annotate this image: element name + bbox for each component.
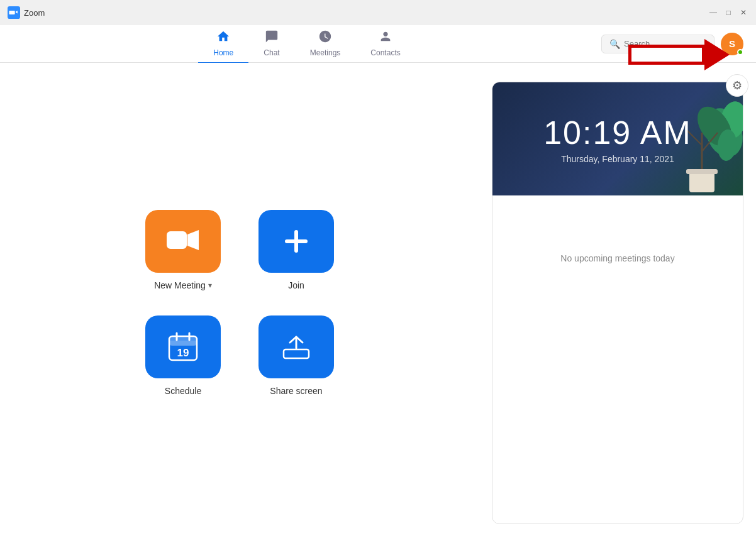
window-controls: — □ ✕ (708, 8, 748, 18)
svg-rect-3 (285, 239, 308, 243)
chat-icon (265, 30, 279, 47)
clock-section: 10:19 AM Thursday, February 11, 2021 (492, 82, 743, 195)
close-button[interactable]: ✕ (738, 8, 748, 18)
tab-meetings[interactable]: Meetings (295, 25, 356, 63)
join-button[interactable] (258, 210, 334, 273)
settings-overlay: ⚙ (726, 70, 748, 97)
right-panel: 10:19 AM Thursday, February 11, 2021 No … (479, 63, 756, 543)
action-item-schedule[interactable]: 19 Schedule (145, 315, 221, 396)
svg-rect-13 (686, 169, 718, 174)
svg-marker-22 (704, 39, 730, 70)
tab-meetings-label: Meetings (310, 48, 341, 57)
action-item-share-screen[interactable]: Share screen (258, 315, 334, 396)
new-meeting-chevron: ▾ (208, 281, 212, 290)
video-camera-icon (167, 230, 199, 253)
calendar-icon: 19 (167, 331, 199, 363)
nav-tabs: Home Chat Meetings C (13, 25, 601, 63)
main-content: New Meeting ▾ Join (0, 63, 756, 543)
meetings-icon (318, 30, 332, 47)
action-grid: New Meeting ▾ Join (145, 210, 334, 396)
settings-button[interactable]: ⚙ (726, 74, 748, 97)
share-screen-button[interactable] (258, 315, 334, 378)
schedule-button[interactable]: 19 (145, 315, 221, 378)
clock-date: Thursday, February 11, 2021 (561, 154, 674, 164)
tab-home-label: Home (213, 48, 233, 57)
app-title: Zoom (24, 8, 45, 18)
new-meeting-label-row: New Meeting ▾ (154, 280, 212, 290)
action-item-new-meeting[interactable]: New Meeting ▾ (145, 210, 221, 290)
calendar-card: 10:19 AM Thursday, February 11, 2021 No … (492, 82, 743, 524)
share-screen-label-row: Share screen (270, 386, 322, 396)
gear-icon: ⚙ (732, 79, 742, 92)
search-icon: 🔍 (609, 39, 620, 49)
tab-home[interactable]: Home (198, 25, 248, 63)
meetings-section: No upcoming meetings today (492, 195, 743, 321)
new-meeting-label: New Meeting (154, 280, 206, 290)
minimize-button[interactable]: — (708, 8, 718, 18)
left-panel: New Meeting ▾ Join (0, 63, 479, 543)
tab-chat[interactable]: Chat (248, 25, 294, 63)
new-meeting-button[interactable] (145, 210, 221, 273)
join-label-row: Join (288, 280, 304, 290)
join-label: Join (288, 280, 304, 290)
no-meetings-message: No upcoming meetings today (560, 253, 674, 263)
upload-icon (281, 332, 311, 362)
action-item-join[interactable]: Join (258, 210, 334, 290)
svg-text:19: 19 (177, 347, 189, 359)
share-screen-label: Share screen (270, 386, 322, 396)
clock-time: 10:19 AM (543, 114, 692, 151)
zoom-logo-icon (8, 6, 20, 19)
plus-icon (281, 226, 311, 256)
svg-rect-10 (284, 349, 309, 358)
contacts-icon (379, 30, 392, 47)
tab-contacts[interactable]: Contacts (355, 25, 415, 63)
svg-rect-1 (167, 231, 187, 249)
home-icon (216, 30, 230, 47)
maximize-button[interactable]: □ (723, 8, 733, 18)
schedule-label: Schedule (165, 386, 201, 396)
red-arrow-annotation (623, 33, 748, 77)
svg-rect-6 (169, 341, 197, 346)
app-logo: Zoom (8, 6, 45, 19)
title-bar: Zoom — □ ✕ (0, 0, 756, 25)
svg-rect-23 (631, 48, 702, 62)
tab-contacts-label: Contacts (370, 48, 400, 57)
tab-chat-label: Chat (264, 48, 279, 57)
schedule-label-row: Schedule (165, 386, 201, 396)
